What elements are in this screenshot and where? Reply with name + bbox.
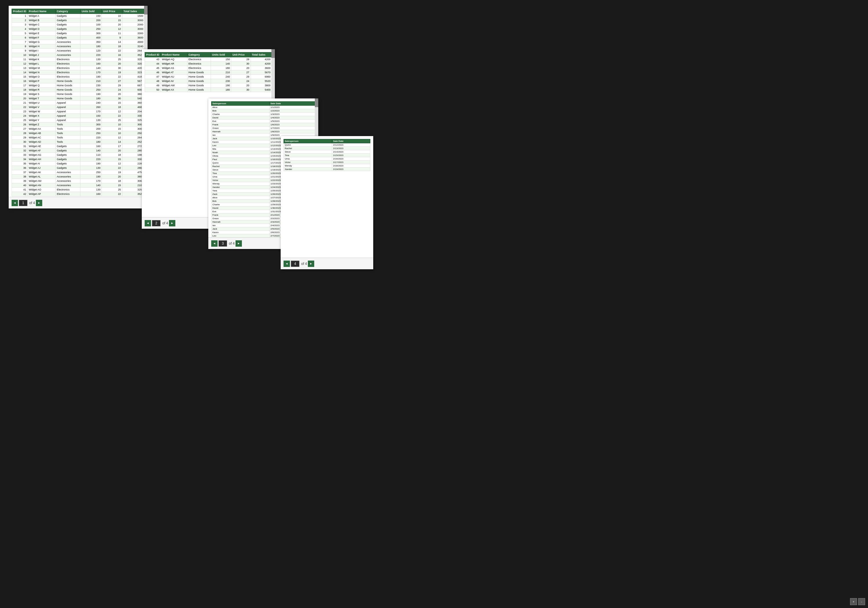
table-row: Tina2/15/2023 [284, 154, 370, 157]
table-row: 14Widget NElectronics170193230 [12, 70, 145, 75]
page-3-input[interactable] [219, 240, 227, 247]
zoom-in-btn[interactable]: + [850, 598, 857, 605]
table-row: Quinn2/12/2023 [284, 143, 370, 147]
page-4-nav: ◄ of 4 ► [281, 258, 373, 269]
table-row: 33Widget AGGadgets110181980 [12, 153, 145, 157]
table-row: 42Widget APElectronics160223520 [12, 192, 145, 196]
page-4: Salesperson Sale Date Quinn2/12/2023Rach… [281, 136, 373, 269]
page-1-content: Product ID Product Name Category Units S… [9, 6, 147, 197]
page-1: Product ID Product Name Category Units S… [9, 6, 147, 208]
page-3-next-btn[interactable]: ► [236, 240, 242, 247]
page-3-prev-btn[interactable]: ◄ [211, 240, 218, 247]
page-1-of: of 4 [29, 201, 35, 205]
page-1-prev-btn[interactable]: ◄ [12, 200, 18, 206]
table-row: 8Widget HAccessories180183240 [12, 44, 145, 49]
table-row: Frank1/6/2023 [211, 123, 315, 126]
page-1-table: Product ID Product Name Category Units S… [12, 9, 145, 196]
table-row: Grace1/7/2023 [211, 126, 315, 130]
bottom-controls: + - [850, 598, 865, 605]
page-2-prev-btn[interactable]: ◄ [145, 220, 151, 226]
p2-col-name: Product Name [161, 53, 187, 58]
table-row: 28Widget ABTools250102500 [12, 131, 145, 135]
table-row: 9Widget IAccessories120222640 [12, 49, 145, 53]
page-4-table: Salesperson Sale Date Quinn2/12/2023Rach… [284, 139, 370, 171]
p2-col-id: Product ID [145, 53, 161, 58]
table-row: 29Widget ACTools220122640 [12, 135, 145, 140]
table-row: Wendy2/18/2023 [284, 164, 370, 168]
table-row: 22Widget VApparel260184680 [12, 105, 145, 109]
page-4-input[interactable] [291, 261, 299, 267]
table-row: 4Widget DGadgets250123000 [12, 27, 145, 31]
table-row: 19Widget SHome Goods190203800 [12, 92, 145, 96]
table-row: Hannah1/8/2023 [211, 130, 315, 134]
p2-col-units: Units Sold [211, 53, 231, 58]
table-row: 45Widget ASElectronics180203600 [145, 66, 272, 70]
page-2-input[interactable] [152, 220, 161, 226]
col-header-units: Units Sold [81, 9, 102, 14]
table-row: 5Widget EGadgets300113300 [12, 31, 145, 36]
table-row: Uma2/16/2023 [284, 157, 370, 161]
table-row: 10Widget JAccessories220163520 [12, 53, 145, 58]
zoom-out-btn[interactable]: - [858, 598, 865, 605]
page-4-content: Salesperson Sale Date Quinn2/12/2023Rach… [281, 136, 373, 258]
table-row: 30Widget ADTools180142520 [12, 140, 145, 144]
table-row: 48Widget AVHome Goods230245520 [145, 79, 272, 83]
table-row: David1/4/2023 [211, 116, 315, 120]
page-1-next-btn[interactable]: ► [36, 200, 42, 206]
table-row: Steve2/14/2023 [284, 150, 370, 154]
table-row: 6Widget FGadgets40093600 [12, 36, 145, 40]
table-row: 17Widget QHome Goods230296670 [12, 83, 145, 88]
table-row: 1Widget AGadgets150101500 [12, 14, 145, 18]
table-row: 21Widget UApparel240153600 [12, 101, 145, 105]
page-1-input[interactable] [19, 200, 28, 206]
col-header-price: Unit Price [102, 9, 122, 14]
page-4-prev-btn[interactable]: ◄ [284, 261, 290, 267]
table-row: 40Widget ANAccessories140152100 [12, 183, 145, 188]
table-row: 27Widget AATools200153000 [12, 127, 145, 131]
table-row: 7Widget GAccessories350144900 [12, 40, 145, 44]
p2-col-cat: Category [187, 53, 211, 58]
col-header-name: Product Name [28, 9, 56, 14]
table-row: 38Widget ALAccessories190203800 [12, 174, 145, 179]
table-row: 49Widget AWHome Goods190203800 [145, 83, 272, 88]
table-row: 43Widget AQElectronics150284200 [145, 58, 272, 62]
table-row: Alice1/1/2023 [211, 106, 315, 109]
table-row: 32Widget AFGadgets140202800 [12, 149, 145, 153]
page-3-of: of 4 [229, 241, 235, 246]
table-row: Eve1/5/2023 [211, 120, 315, 123]
table-row: 46Widget ATHome Goods210275670 [145, 70, 272, 75]
table-row: 41Widget AOElectronics130253250 [12, 188, 145, 192]
page-2-table: Product ID Product Name Category Units S… [145, 52, 272, 92]
table-row: 18Widget RHome Goods250246000 [12, 88, 145, 92]
page-4-of: of 4 [301, 262, 307, 266]
table-row: 47Widget AUHome Goods240296960 [145, 75, 272, 79]
page-1-nav: ◄ of 4 ► [9, 197, 147, 208]
table-row: Xander2/19/2023 [284, 168, 370, 171]
scrollbar-thumb-page1[interactable] [144, 6, 147, 14]
table-row: 35Widget AIGadgets190122280 [12, 162, 145, 166]
p2-col-price: Unit Price [231, 53, 251, 58]
p4-col-date: Sale Date [332, 139, 370, 143]
scrollbar-thumb-page2[interactable] [271, 49, 275, 58]
table-row: 20Widget THome Goods180305400 [12, 96, 145, 101]
table-row: 31Widget AEGadgets160172720 [12, 144, 145, 149]
table-row: 13Widget MElectronics140304200 [12, 66, 145, 70]
table-row: 3Widget CGadgets100202000 [12, 23, 145, 27]
p3-col-salesperson: Salesperson [211, 102, 270, 106]
table-row: 26Widget ZTools300103000 [12, 123, 145, 127]
table-row: 39Widget AMAccessories170183060 [12, 179, 145, 183]
table-row: 15Widget OElectronics190224180 [12, 75, 145, 79]
page-2-of: of 4 [162, 221, 168, 225]
col-header-category: Category [56, 9, 81, 14]
p4-col-salesperson: Salesperson [284, 139, 332, 143]
table-row: 24Widget XApparel150223300 [12, 114, 145, 118]
col-header-sales: Total Sales [122, 9, 144, 14]
table-row: 23Widget WApparel170122040 [12, 109, 145, 114]
page-2-next-btn[interactable]: ► [169, 220, 175, 226]
table-row: 44Widget ARElectronics140304200 [145, 62, 272, 66]
page-4-next-btn[interactable]: ► [308, 261, 314, 267]
scrollbar-thumb-page3[interactable] [315, 98, 318, 107]
p2-col-sales: Total Sales [251, 53, 272, 58]
col-header-id: Product ID [12, 9, 28, 14]
table-row: 50Widget AXHome Goods180305400 [145, 88, 272, 92]
